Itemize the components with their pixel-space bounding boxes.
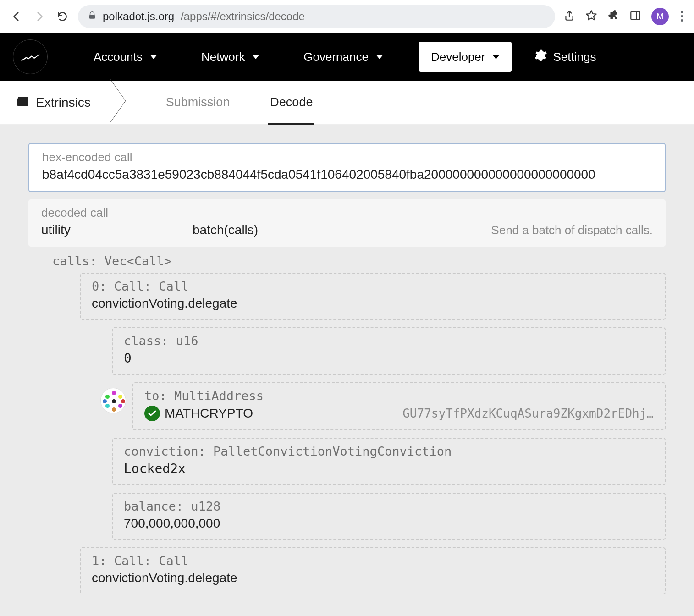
identicon-icon bbox=[100, 388, 126, 413]
page-tabs: Extrinsics Submission Decode bbox=[0, 81, 694, 125]
hex-input[interactable] bbox=[42, 167, 652, 182]
svg-marker-6 bbox=[376, 55, 383, 59]
param-balance-type: u128 bbox=[191, 499, 220, 513]
params-tree: calls: Vec<Call> 0: Call: Call convictio… bbox=[28, 254, 666, 594]
nav-governance[interactable]: Governance bbox=[295, 50, 391, 64]
param-to-name: to: bbox=[144, 389, 167, 403]
gear-icon bbox=[534, 49, 547, 65]
param-to-display-name: MATHCRYPTO bbox=[165, 406, 253, 421]
svg-rect-1 bbox=[631, 11, 640, 19]
param-class-value: 0 bbox=[124, 351, 654, 366]
call-0-head-name: 0: Call: bbox=[92, 279, 151, 293]
param-to-hash: GU77syTfPXdzKCuqASura9ZKgxmD2rEDhj… bbox=[402, 407, 654, 420]
tree-header: calls: Vec<Call> bbox=[52, 254, 666, 268]
nav-network[interactable]: Network bbox=[193, 50, 268, 64]
chain-logo[interactable] bbox=[13, 39, 48, 74]
nav-settings[interactable]: Settings bbox=[534, 49, 596, 65]
param-balance-box: balance: u128 700,000,000,000 bbox=[112, 493, 666, 540]
tree-header-name: calls: bbox=[52, 254, 97, 268]
url-host: polkadot.js.org bbox=[103, 10, 174, 23]
param-conviction-box: conviction: PalletConvictionVotingConvic… bbox=[112, 438, 666, 485]
decoded-desc: Send a batch of dispatch calls. bbox=[491, 223, 653, 237]
main-content: hex-encoded call decoded call utility ba… bbox=[0, 125, 694, 616]
puzzle-icon[interactable] bbox=[607, 10, 619, 23]
nav-accounts[interactable]: Accounts bbox=[85, 50, 165, 64]
verified-check-icon bbox=[144, 406, 160, 421]
browser-chrome: polkadot.js.org/apps/#/extrinsics/decode… bbox=[0, 0, 694, 33]
call-0-box: 0: Call: Call convictionVoting.delegate bbox=[80, 273, 666, 320]
nav-settings-label: Settings bbox=[553, 50, 596, 64]
param-conviction-value: Locked2x bbox=[124, 461, 654, 476]
param-class-type: u16 bbox=[176, 334, 198, 348]
tree-header-type: Vec<Call> bbox=[105, 254, 171, 268]
tab-submission[interactable]: Submission bbox=[164, 95, 232, 110]
share-icon[interactable] bbox=[563, 10, 575, 23]
param-to-box: to: MultiAddress MATHCRYPTO GU77syTfPXdz… bbox=[132, 382, 666, 430]
param-class-name: class: bbox=[124, 334, 169, 348]
param-class-box: class: u16 0 bbox=[112, 327, 666, 375]
chrome-actions: M bbox=[563, 8, 685, 25]
param-balance-name: balance: bbox=[124, 499, 183, 513]
avatar-letter: M bbox=[656, 11, 664, 22]
nav-developer[interactable]: Developer bbox=[419, 42, 512, 72]
nav-accounts-label: Accounts bbox=[94, 50, 143, 64]
refresh-button[interactable] bbox=[55, 9, 70, 24]
url-path: /apps/#/extrinsics/decode bbox=[181, 10, 305, 23]
decoded-method: batch(calls) bbox=[193, 223, 491, 237]
call-1-method: convictionVoting.delegate bbox=[92, 571, 654, 585]
param-balance-value: 700,000,000,000 bbox=[124, 516, 654, 531]
nav-governance-label: Governance bbox=[303, 50, 369, 64]
panel-icon[interactable] bbox=[629, 10, 641, 23]
star-icon[interactable] bbox=[585, 10, 597, 23]
nav-developer-label: Developer bbox=[431, 50, 485, 64]
forward-button[interactable] bbox=[32, 9, 47, 24]
kebab-menu-icon[interactable] bbox=[679, 9, 685, 23]
call-1-head-type: Call bbox=[159, 554, 188, 568]
svg-marker-4 bbox=[150, 55, 157, 59]
hex-encoded-call-box: hex-encoded call bbox=[28, 143, 666, 192]
call-0-head-type: Call bbox=[159, 279, 188, 293]
app-topnav: Accounts Network Governance Developer Se… bbox=[0, 33, 694, 81]
svg-marker-7 bbox=[492, 55, 500, 59]
param-conviction-type: PalletConvictionVotingConviction bbox=[213, 444, 452, 458]
back-button[interactable] bbox=[9, 9, 24, 24]
extrinsics-icon bbox=[17, 95, 29, 110]
breadcrumb-chevron-icon bbox=[109, 79, 127, 126]
nav-network-label: Network bbox=[201, 50, 245, 64]
svg-marker-5 bbox=[252, 55, 259, 59]
hex-label: hex-encoded call bbox=[42, 150, 652, 165]
call-1-head-name: 1: Call: bbox=[92, 554, 151, 568]
param-to-type: MultiAddress bbox=[174, 389, 264, 403]
param-conviction-name: conviction: bbox=[124, 444, 206, 458]
decoded-call-box: decoded call utility batch(calls) Send a… bbox=[28, 199, 666, 247]
page-title: Extrinsics bbox=[36, 95, 91, 110]
param-to-row: to: MultiAddress MATHCRYPTO GU77syTfPXdz… bbox=[100, 382, 666, 438]
lock-icon bbox=[88, 10, 96, 23]
decoded-label: decoded call bbox=[41, 206, 653, 220]
call-1-box: 1: Call: Call convictionVoting.delegate bbox=[80, 547, 666, 594]
tab-decode[interactable]: Decode bbox=[268, 95, 314, 110]
call-0-method: convictionVoting.delegate bbox=[92, 296, 654, 311]
avatar[interactable]: M bbox=[651, 8, 669, 25]
decoded-pallet: utility bbox=[41, 223, 193, 237]
svg-rect-0 bbox=[89, 15, 95, 18]
url-bar[interactable]: polkadot.js.org/apps/#/extrinsics/decode bbox=[78, 5, 555, 28]
